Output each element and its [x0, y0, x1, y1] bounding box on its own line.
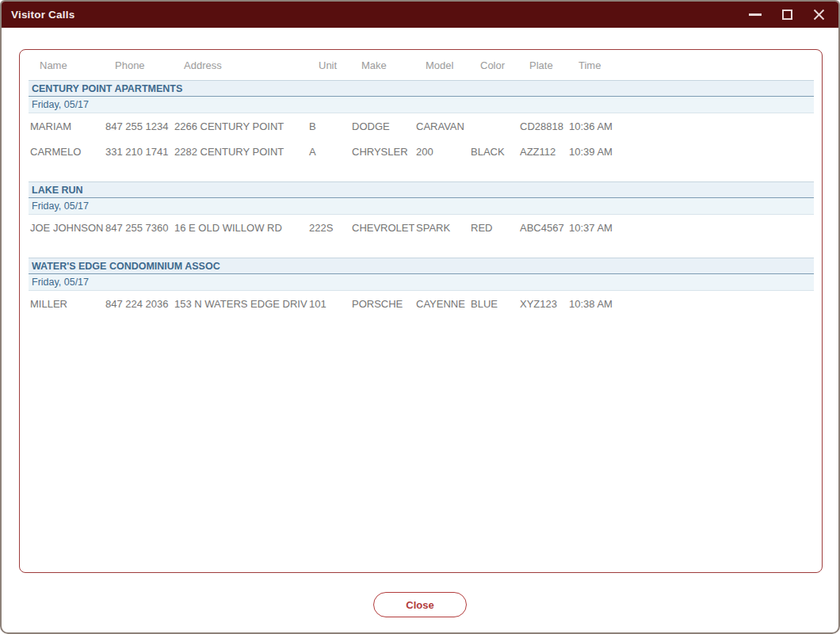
cell-name: JOE JOHNSON [29, 222, 104, 234]
cell-time: 10:36 AM [567, 120, 631, 132]
cell-unit: 222S [307, 222, 350, 234]
minimize-button[interactable] [743, 5, 767, 25]
cell-color: BLACK [469, 146, 518, 158]
cell-name: MILLER [29, 298, 104, 310]
table-row[interactable]: JOE JOHNSON847 255 736016 E OLD WILLOW R… [29, 215, 814, 240]
minimize-icon [749, 13, 762, 16]
cell-model: CARAVAN [414, 120, 469, 132]
close-button[interactable]: Close [373, 592, 467, 617]
group-name-label: LAKE RUN [32, 185, 83, 196]
cell-make: CHRYSLER [350, 146, 414, 158]
close-icon [813, 9, 825, 21]
group-name-label: WATER'S EDGE CONDOMINIUM ASSOC [32, 261, 220, 272]
group-header-row[interactable]: CENTURY POINT APARTMENTS [29, 80, 814, 97]
maximize-icon [782, 10, 792, 20]
column-header-name: Name [29, 59, 104, 71]
cell-plate: CD28818 [518, 120, 567, 132]
cell-name: MARIAM [29, 120, 104, 132]
cell-model: 200 [414, 146, 469, 158]
cell-phone: 847 255 1234 [104, 120, 173, 132]
window-title: Visitor Calls [11, 9, 74, 21]
cell-address: 153 N WATERS EDGE DRIVE [173, 298, 307, 310]
group-date-row[interactable]: Friday, 05/17 [29, 274, 814, 291]
close-window-button[interactable] [807, 5, 830, 25]
visitor-calls-window: Visitor Calls Name Phone Address Unit Ma… [0, 0, 840, 634]
column-header-phone: Phone [104, 59, 173, 71]
column-header-address: Address [173, 59, 307, 71]
visitor-group: LAKE RUNFriday, 05/17JOE JOHNSON847 255 … [29, 181, 814, 240]
cell-model: CAYENNE [414, 298, 469, 310]
cell-address: 16 E OLD WILLOW RD [173, 222, 307, 234]
cell-color: BLUE [469, 298, 518, 310]
group-name-label: CENTURY POINT APARTMENTS [32, 83, 182, 94]
titlebar[interactable]: Visitor Calls [2, 2, 838, 28]
table-row[interactable]: CARMELO331 210 17412282 CENTURY POINTACH… [29, 139, 814, 164]
visitor-group: WATER'S EDGE CONDOMINIUM ASSOCFriday, 05… [29, 258, 814, 316]
cell-name: CARMELO [29, 146, 104, 158]
cell-phone: 331 210 1741 [104, 146, 173, 158]
column-header-time: Time [567, 59, 631, 71]
cell-plate: AZZ112 [518, 146, 567, 158]
cell-unit: 101 [307, 298, 350, 310]
group-date-row[interactable]: Friday, 05/17 [29, 97, 814, 113]
cell-make: DODGE [350, 120, 414, 132]
table-row[interactable]: MILLER847 224 2036153 N WATERS EDGE DRIV… [29, 291, 814, 316]
visitor-calls-panel: Name Phone Address Unit Make Model Color… [19, 49, 823, 573]
cell-address: 2266 CENTURY POINT [173, 120, 307, 132]
column-header-unit: Unit [307, 59, 350, 71]
group-header-row[interactable]: LAKE RUN [29, 181, 814, 198]
column-header-model: Model [414, 59, 469, 71]
column-header-plate: Plate [518, 59, 567, 71]
column-header-row: Name Phone Address Unit Make Model Color… [29, 50, 814, 80]
cell-phone: 847 224 2036 [104, 298, 173, 310]
cell-time: 10:37 AM [567, 222, 631, 234]
cell-phone: 847 255 7360 [104, 222, 173, 234]
visitor-group: CENTURY POINT APARTMENTSFriday, 05/17MAR… [29, 80, 814, 164]
cell-plate: XYZ123 [518, 298, 567, 310]
cell-model: SPARK [414, 222, 469, 234]
group-date-label: Friday, 05/17 [32, 277, 89, 288]
group-date-row[interactable]: Friday, 05/17 [29, 198, 814, 215]
column-header-make: Make [350, 59, 414, 71]
table-groups: CENTURY POINT APARTMENTSFriday, 05/17MAR… [20, 80, 822, 316]
group-date-label: Friday, 05/17 [32, 201, 89, 212]
cell-unit: A [307, 146, 350, 158]
group-date-label: Friday, 05/17 [32, 99, 89, 110]
maximize-button[interactable] [775, 5, 799, 25]
group-header-row[interactable]: WATER'S EDGE CONDOMINIUM ASSOC [29, 258, 814, 274]
cell-plate: ABC4567 [518, 222, 567, 234]
table-row[interactable]: MARIAM847 255 12342266 CENTURY POINTBDOD… [29, 113, 814, 139]
cell-make: PORSCHE [350, 298, 414, 310]
cell-time: 10:39 AM [567, 146, 631, 158]
cell-time: 10:38 AM [567, 298, 631, 310]
dialog-footer: Close [2, 592, 838, 617]
cell-address: 2282 CENTURY POINT [173, 146, 307, 158]
column-header-color: Color [469, 59, 518, 71]
cell-unit: B [307, 120, 350, 132]
cell-color: RED [469, 222, 518, 234]
cell-make: CHEVROLET [350, 222, 414, 234]
